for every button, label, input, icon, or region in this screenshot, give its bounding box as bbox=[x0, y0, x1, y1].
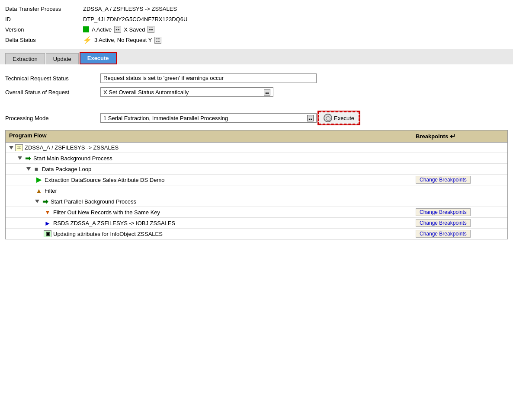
change-breakpoints-button[interactable]: Change Breakpoints bbox=[416, 176, 471, 184]
triangle-down-icon[interactable] bbox=[35, 200, 39, 203]
delta-status-value: ⚡ 3 Active, No Request Y ☷ bbox=[83, 36, 161, 44]
triangle-down-icon[interactable] bbox=[9, 146, 13, 150]
loop-icon: ■ bbox=[32, 165, 40, 173]
filter-icon: ▲ bbox=[35, 187, 43, 194]
table-row: ▣ Updating attributes for InfoObject ZSS… bbox=[6, 229, 507, 239]
pf-row-bp bbox=[412, 157, 507, 159]
pf-row-bp bbox=[412, 146, 507, 149]
pf-row-main: ► RSDS ZDSSA_A ZSFILESYS -> IOBJ ZSSALES bbox=[6, 218, 412, 228]
processing-mode-value: 1 Serial Extraction, Immediate Parallel … bbox=[100, 111, 359, 124]
pf-row-bp: Change Breakpoints bbox=[412, 229, 507, 239]
green-status-icon bbox=[83, 26, 89, 32]
version-saved: X Saved bbox=[124, 26, 145, 33]
execute-button[interactable]: ◯ Execute bbox=[318, 111, 359, 124]
program-flow-col-header: Program Flow bbox=[6, 130, 412, 142]
pf-row-bp bbox=[412, 200, 507, 203]
header-section: Data Transfer Process ZDSSA_A / ZSFILESY… bbox=[0, 0, 513, 49]
tab-execute[interactable]: Execute bbox=[80, 52, 117, 64]
pf-row-main: ▲ Filter bbox=[6, 185, 412, 196]
version-row: Version A Active ☷ X Saved ☷ bbox=[5, 24, 508, 35]
overall-status-field[interactable]: X Set Overall Status Automatically ☷ bbox=[100, 87, 273, 97]
id-label: ID bbox=[5, 16, 83, 22]
pf-row-main: ➡ Start Parallel Background Process bbox=[6, 196, 412, 207]
table-row: ■ Data Package Loop bbox=[6, 164, 507, 175]
update-icon: ▣ bbox=[44, 230, 51, 237]
pf-row-bp bbox=[412, 168, 507, 170]
pf-row-main: ▶ Extraction DataSource Sales Attribute … bbox=[6, 175, 412, 185]
processing-mode-field[interactable]: 1 Serial Extraction, Immediate Parallel … bbox=[100, 113, 317, 123]
version-saved-icon[interactable]: ☷ bbox=[147, 26, 154, 33]
pf-row-main: ■ Data Package Loop bbox=[6, 164, 412, 174]
data-transfer-process-row: Data Transfer Process ZDSSA_A / ZSFILESY… bbox=[5, 3, 508, 14]
filter-new-icon: ▼ bbox=[44, 208, 51, 216]
table-row: ► RSDS ZDSSA_A ZSFILESYS -> IOBJ ZSSALES… bbox=[6, 218, 507, 229]
version-label: Version bbox=[5, 26, 83, 33]
table-row: ▲ Filter bbox=[6, 185, 507, 196]
processing-mode-label: Processing Mode bbox=[5, 115, 100, 121]
triangle-down-icon[interactable] bbox=[26, 167, 31, 171]
version-active: A Active bbox=[92, 26, 112, 33]
cursor-icon: ↵ bbox=[450, 132, 455, 140]
tabs-row: Extraction Update Execute bbox=[0, 49, 513, 64]
pf-row-bp: Change Breakpoints bbox=[412, 175, 507, 185]
pf-row-bp: Change Breakpoints bbox=[412, 218, 507, 228]
data-transfer-process-value: ZDSSA_A / ZSFILESYS -> ZSSALES bbox=[83, 6, 177, 12]
technical-request-status-value: Request status is set to 'green' if warn… bbox=[100, 73, 317, 83]
technical-request-status-label: Technical Request Status bbox=[5, 75, 100, 82]
execute-clock-icon: ◯ bbox=[324, 114, 332, 122]
version-value: A Active ☷ X Saved ☷ bbox=[83, 26, 154, 33]
db-icon: □□ bbox=[15, 144, 23, 151]
technical-request-status-field: Request status is set to 'green' if warn… bbox=[100, 73, 317, 83]
delta-status-text: 3 Active, No Request Y bbox=[94, 37, 152, 43]
data-transfer-process-label: Data Transfer Process bbox=[5, 6, 83, 12]
table-row: ▶ Extraction DataSource Sales Attribute … bbox=[6, 175, 507, 185]
overall-status-label: Overall Status of Request bbox=[5, 89, 100, 95]
table-row: □□ ZDSSA_A / ZSFILESYS -> ZSSALES bbox=[6, 143, 507, 153]
rsds-icon: ► bbox=[44, 219, 51, 227]
technical-request-status-row: Technical Request Status Request status … bbox=[5, 71, 508, 85]
parallel-arrow-icon: ➡ bbox=[41, 197, 49, 205]
change-breakpoints-button[interactable]: Change Breakpoints bbox=[416, 219, 471, 227]
program-flow-section: Program Flow Breakpoints ↵ □□ ZDSSA_A / … bbox=[5, 130, 508, 239]
pf-row-main: ▣ Updating attributes for InfoObject ZSS… bbox=[6, 229, 412, 239]
pf-row-main: ▼ Filter Out New Records with the Same K… bbox=[6, 207, 412, 217]
pf-row-main: ➡ Start Main Background Process bbox=[6, 153, 412, 163]
triangle-down-icon[interactable] bbox=[18, 156, 22, 160]
version-dropdown-icon[interactable]: ☷ bbox=[114, 26, 121, 33]
breakpoints-col-header: Breakpoints ↵ bbox=[412, 130, 507, 142]
delta-dropdown-icon[interactable]: ☷ bbox=[154, 37, 161, 44]
overall-status-dropdown-icon[interactable]: ☷ bbox=[264, 89, 270, 95]
processing-mode-dropdown-icon[interactable]: ☷ bbox=[307, 115, 314, 121]
overall-status-value: X Set Overall Status Automatically ☷ bbox=[100, 87, 273, 97]
content-section: Technical Request Status Request status … bbox=[0, 64, 513, 246]
tab-extraction[interactable]: Extraction bbox=[5, 53, 45, 64]
pf-row-bp: Change Breakpoints bbox=[412, 207, 507, 217]
change-breakpoints-button[interactable]: Change Breakpoints bbox=[416, 208, 471, 216]
delta-status-row: Delta Status ⚡ 3 Active, No Request Y ☷ bbox=[5, 35, 508, 45]
table-row: ➡ Start Parallel Background Process bbox=[6, 196, 507, 207]
table-row: ➡ Start Main Background Process bbox=[6, 153, 507, 164]
tab-update[interactable]: Update bbox=[46, 53, 79, 64]
id-value: DTP_4JLZDNY2G5CO4NF7RX123DQ6U bbox=[83, 16, 187, 22]
processing-mode-row: Processing Mode 1 Serial Extraction, Imm… bbox=[5, 109, 508, 127]
table-row: ▼ Filter Out New Records with the Same K… bbox=[6, 207, 507, 218]
delta-status-label: Delta Status bbox=[5, 37, 83, 43]
arrow-right-icon: ➡ bbox=[24, 154, 32, 162]
extract-icon: ▶ bbox=[35, 176, 43, 184]
pf-row-bp bbox=[412, 189, 507, 192]
program-flow-header: Program Flow Breakpoints ↵ bbox=[5, 130, 508, 142]
pf-row-main: □□ ZDSSA_A / ZSFILESYS -> ZSSALES bbox=[6, 143, 412, 153]
delta-status-icon: ⚡ bbox=[83, 36, 92, 44]
id-row: ID DTP_4JLZDNY2G5CO4NF7RX123DQ6U bbox=[5, 14, 508, 24]
program-flow-body: □□ ZDSSA_A / ZSFILESYS -> ZSSALES ➡ Star… bbox=[5, 142, 508, 239]
overall-status-row: Overall Status of Request X Set Overall … bbox=[5, 85, 508, 99]
change-breakpoints-button[interactable]: Change Breakpoints bbox=[416, 230, 471, 238]
